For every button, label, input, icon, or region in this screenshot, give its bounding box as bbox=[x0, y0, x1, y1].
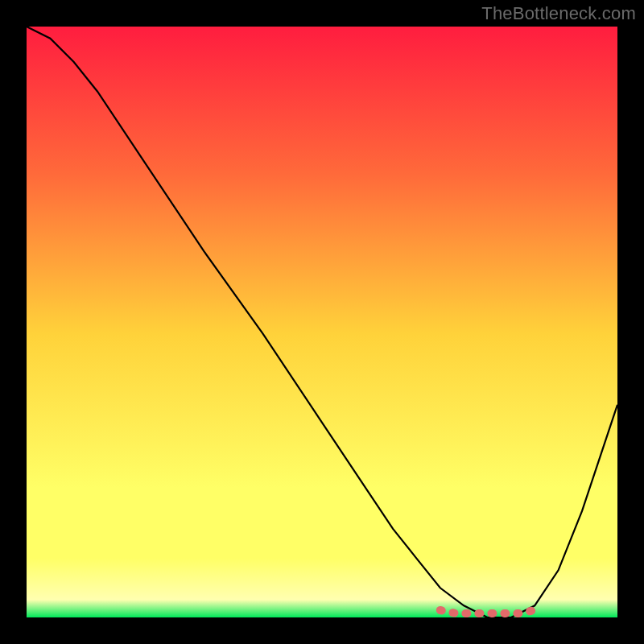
watermark-text: TheBottleneck.com bbox=[481, 3, 636, 24]
gradient-background bbox=[27, 27, 617, 617]
chart-frame: TheBottleneck.com bbox=[0, 0, 644, 644]
plot-area bbox=[27, 27, 617, 617]
chart-svg bbox=[27, 27, 617, 617]
